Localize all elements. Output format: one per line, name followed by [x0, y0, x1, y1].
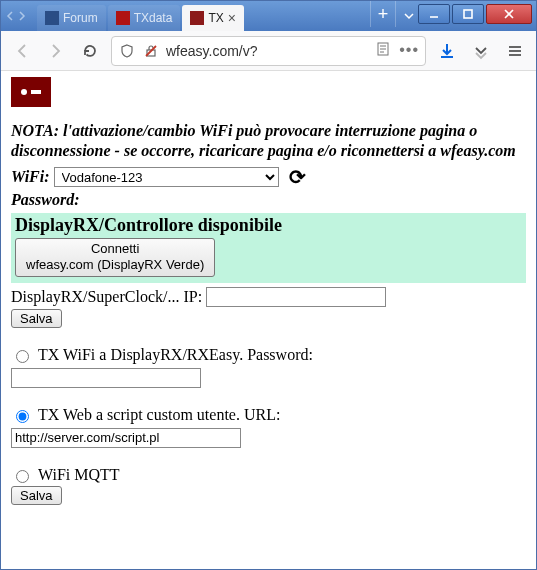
page-actions-icon[interactable]: ••• — [399, 41, 419, 60]
tab-strip: Forum TXdata TX × — [31, 1, 366, 31]
radio-txweb-label: TX Web a script custom utente. URL: — [38, 406, 280, 424]
new-tab-button[interactable]: + — [370, 1, 396, 27]
displayrx-title: DisplayRX/Controllore disponibile — [15, 215, 522, 236]
wifi-label: WiFi: — [11, 168, 50, 186]
svg-rect-1 — [464, 10, 472, 18]
password-label: Password: — [11, 191, 79, 209]
salva-button-1[interactable]: Salva — [11, 309, 62, 328]
reload-button[interactable] — [77, 38, 103, 64]
nota-text: NOTA: l'attivazione/cambio WiFi può prov… — [11, 121, 526, 161]
radio-mqtt-row: WiFi MQTT — [11, 466, 526, 484]
tab-scroll-controls — [1, 1, 31, 31]
displayrx-available-box: DisplayRX/Controllore disponibile Connet… — [11, 213, 526, 283]
tab-tx[interactable]: TX × — [182, 5, 244, 31]
tab-scroll-left-icon[interactable] — [5, 11, 15, 21]
txweb-url-input[interactable] — [11, 428, 241, 448]
connect-button[interactable]: Connetti wfeasy.com (DisplayRX Verde) — [15, 238, 215, 277]
tab-forum[interactable]: Forum — [37, 5, 106, 31]
maximize-button[interactable] — [452, 4, 484, 24]
tab-label: TX — [208, 11, 223, 25]
window-controls — [418, 1, 536, 31]
insecure-lock-icon — [142, 43, 160, 59]
svg-rect-15 — [31, 90, 41, 94]
radio-txweb[interactable] — [16, 410, 29, 423]
header-logo — [11, 77, 51, 107]
tab-label: TXdata — [134, 11, 173, 25]
txwifi-password-input[interactable] — [11, 368, 201, 388]
svg-point-14 — [21, 89, 27, 95]
connect-line1: Connetti — [91, 241, 139, 256]
radio-mqtt-label: WiFi MQTT — [38, 466, 120, 484]
forward-button[interactable] — [43, 38, 69, 64]
radio-txwifi[interactable] — [16, 350, 29, 363]
password-row: Password: — [11, 191, 526, 209]
ip-label: DisplayRX/SuperClock/... IP: — [11, 288, 202, 306]
tab-label: Forum — [63, 11, 98, 25]
tab-scroll-right-icon[interactable] — [17, 11, 27, 21]
back-button[interactable] — [9, 38, 35, 64]
favicon-txdata — [116, 11, 130, 25]
tab-txdata[interactable]: TXdata — [108, 5, 181, 31]
url-actions: ••• — [375, 41, 419, 60]
tabs-overflow-icon[interactable] — [400, 1, 418, 31]
url-bar[interactable]: wfeasy.com/v? ••• — [111, 36, 426, 66]
shield-icon[interactable] — [118, 43, 136, 59]
toolbar: wfeasy.com/v? ••• — [1, 31, 536, 71]
ip-row: DisplayRX/SuperClock/... IP: — [11, 287, 526, 307]
url-text: wfeasy.com/v? — [166, 43, 369, 59]
minimize-button[interactable] — [418, 4, 450, 24]
hamburger-menu-button[interactable] — [502, 38, 528, 64]
reader-mode-icon[interactable] — [375, 41, 391, 60]
ip-input[interactable] — [206, 287, 386, 307]
close-button[interactable] — [486, 4, 532, 24]
wifi-refresh-icon[interactable]: ⟳ — [289, 165, 306, 189]
radio-mqtt[interactable] — [16, 470, 29, 483]
page-content[interactable]: NOTA: l'attivazione/cambio WiFi può prov… — [1, 71, 536, 569]
favicon-tx — [190, 11, 204, 25]
salva-button-2[interactable]: Salva — [11, 486, 62, 505]
connect-line2: wfeasy.com (DisplayRX Verde) — [26, 257, 204, 272]
radio-txwifi-row: TX WiFi a DisplayRX/RXEasy. Password: — [11, 346, 526, 364]
tab-close-icon[interactable]: × — [228, 10, 236, 26]
downloads-button[interactable] — [434, 38, 460, 64]
wifi-row: WiFi: Vodafone-123 ⟳ — [11, 165, 526, 189]
radio-txwifi-label: TX WiFi a DisplayRX/RXEasy. Password: — [38, 346, 313, 364]
browser-window: Forum TXdata TX × + — [0, 0, 537, 570]
overflow-menu-button[interactable] — [468, 38, 494, 64]
favicon-forum — [45, 11, 59, 25]
radio-txweb-row: TX Web a script custom utente. URL: — [11, 406, 526, 424]
titlebar: Forum TXdata TX × + — [1, 1, 536, 31]
wifi-select[interactable]: Vodafone-123 — [54, 167, 279, 187]
